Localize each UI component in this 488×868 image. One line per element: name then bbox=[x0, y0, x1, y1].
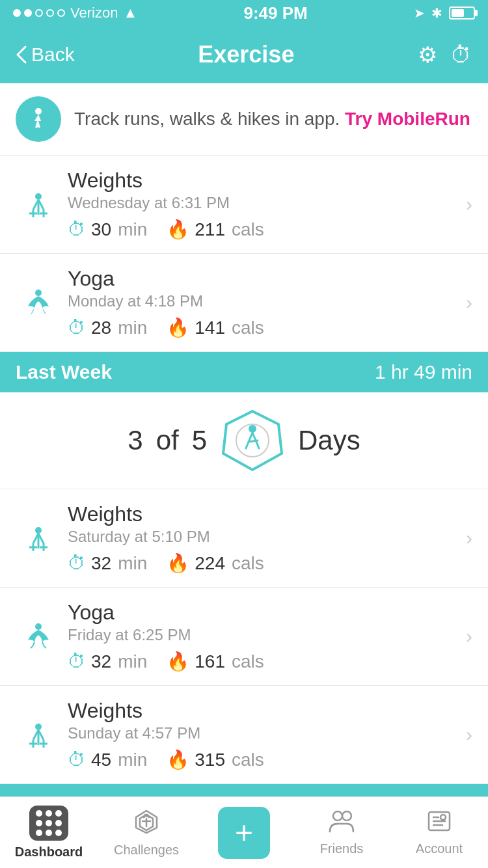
duration-value: 28 bbox=[91, 318, 111, 338]
stopwatch-icon[interactable]: ⏱ bbox=[450, 42, 472, 68]
tab-account[interactable]: Account bbox=[390, 797, 488, 868]
exercise-daytime: Saturday at 5:10 PM bbox=[68, 528, 466, 546]
chevron-right-icon: › bbox=[466, 193, 472, 215]
achievement-count: 3 bbox=[128, 425, 142, 456]
fire-icon: 🔥 bbox=[167, 317, 189, 338]
exercise-item-weights-lastweek-1[interactable]: Weights Saturday at 5:10 PM ⏱ 32 min 🔥 2… bbox=[0, 489, 488, 588]
wifi-icon: ▲ bbox=[123, 5, 137, 21]
weights-svg bbox=[24, 524, 53, 552]
exercise-name: Weights bbox=[68, 169, 466, 193]
svg-point-12 bbox=[249, 425, 256, 433]
achievement-badge bbox=[220, 408, 285, 473]
nav-bar: Back Exercise ⚙ ⏱ bbox=[0, 26, 488, 83]
yoga-svg bbox=[24, 288, 53, 317]
svg-point-0 bbox=[35, 108, 42, 115]
fire-icon: 🔥 bbox=[167, 749, 189, 770]
exercise-name: Weights bbox=[68, 502, 466, 526]
track-text: Track runs, walks & hikes in app. Try Mo… bbox=[74, 106, 470, 131]
calories-unit: cals bbox=[232, 750, 264, 770]
challenges-icon bbox=[133, 808, 159, 839]
calories-stat: 🔥 224 cals bbox=[167, 552, 264, 574]
calories-unit: cals bbox=[232, 651, 264, 672]
tab-bar: Dashboard Challenges + bbox=[0, 796, 488, 868]
calories-value: 211 bbox=[195, 219, 225, 240]
chevron-right-icon: › bbox=[466, 625, 472, 647]
nav-title: Exercise bbox=[198, 41, 294, 68]
exercise-stats: ⏱ 32 min 🔥 161 cals bbox=[68, 651, 466, 672]
section-duration-lastweek: 1 hr 49 min bbox=[375, 361, 472, 383]
clock-icon: ⏱ bbox=[68, 552, 86, 574]
clock-icon: ⏱ bbox=[68, 317, 86, 338]
exercise-stats: ⏱ 45 min 🔥 315 cals bbox=[68, 749, 466, 770]
section-title-lastweek: Last Week bbox=[16, 361, 112, 383]
yoga-svg bbox=[24, 622, 53, 651]
exercise-item-weights-thisweek[interactable]: Weights Wednesday at 6:31 PM ⏱ 30 min 🔥 … bbox=[0, 156, 488, 254]
add-button[interactable]: + bbox=[218, 807, 270, 859]
weights-icon bbox=[16, 190, 61, 219]
weights-icon bbox=[16, 720, 61, 749]
exercise-info-weights-thisweek: Weights Wednesday at 6:31 PM ⏱ 30 min 🔥 … bbox=[61, 169, 466, 240]
duration-value: 30 bbox=[91, 219, 111, 240]
exercise-info-yoga-lastweek: Yoga Friday at 6:25 PM ⏱ 32 min 🔥 161 ca… bbox=[61, 601, 466, 672]
battery-icon bbox=[449, 7, 475, 20]
duration-stat: ⏱ 28 min bbox=[68, 317, 147, 338]
weights-icon bbox=[16, 524, 61, 552]
tab-add[interactable]: + bbox=[195, 797, 293, 868]
track-cta[interactable]: Try MobileRun bbox=[345, 109, 470, 129]
duration-value: 45 bbox=[91, 750, 111, 770]
tab-dashboard-label: Dashboard bbox=[15, 845, 83, 860]
duration-value: 32 bbox=[91, 553, 111, 574]
svg-point-21 bbox=[35, 623, 42, 630]
exercise-stats: ⏱ 30 min 🔥 211 cals bbox=[68, 219, 466, 240]
badge-svg bbox=[220, 408, 285, 473]
svg-point-1 bbox=[35, 193, 42, 200]
dot-2 bbox=[24, 9, 32, 17]
dot-1 bbox=[13, 9, 21, 17]
exercise-daytime: Wednesday at 6:31 PM bbox=[68, 194, 466, 212]
signal-dots bbox=[13, 9, 65, 17]
exercise-stats: ⏱ 28 min 🔥 141 cals bbox=[68, 317, 466, 338]
fire-icon: 🔥 bbox=[167, 651, 189, 672]
main-content: Track runs, walks & hikes in app. Try Mo… bbox=[0, 83, 488, 824]
run-icon bbox=[25, 106, 51, 132]
back-button[interactable]: Back bbox=[16, 44, 75, 66]
settings-icon[interactable]: ⚙ bbox=[418, 42, 437, 68]
calories-stat: 🔥 161 cals bbox=[167, 651, 264, 672]
status-bar: Verizon ▲ 9:49 PM ➤ ✱ bbox=[0, 0, 488, 26]
status-time: 9:49 PM bbox=[243, 3, 307, 23]
duration-unit: min bbox=[118, 651, 147, 672]
last-week-header: Last Week 1 hr 49 min bbox=[0, 352, 488, 392]
clock-icon: ⏱ bbox=[68, 219, 86, 240]
exercise-daytime: Sunday at 4:57 PM bbox=[68, 724, 466, 742]
exercise-info-weights-lastweek-2: Weights Sunday at 4:57 PM ⏱ 45 min 🔥 315… bbox=[61, 699, 466, 770]
account-icon bbox=[426, 809, 452, 837]
plus-icon: + bbox=[235, 817, 253, 848]
carrier-label: Verizon bbox=[70, 5, 118, 21]
friends-icon bbox=[329, 809, 355, 837]
tab-friends[interactable]: Friends bbox=[293, 797, 390, 868]
duration-value: 32 bbox=[91, 651, 111, 672]
calories-value: 224 bbox=[195, 553, 225, 574]
calories-unit: cals bbox=[232, 553, 264, 574]
calories-stat: 🔥 211 cals bbox=[167, 219, 264, 240]
exercise-item-yoga-thisweek[interactable]: Yoga Monday at 4:18 PM ⏱ 28 min 🔥 141 ca… bbox=[0, 254, 488, 352]
exercise-item-weights-lastweek-2[interactable]: Weights Sunday at 4:57 PM ⏱ 45 min 🔥 315… bbox=[0, 686, 488, 784]
exercise-item-yoga-lastweek[interactable]: Yoga Friday at 6:25 PM ⏱ 32 min 🔥 161 ca… bbox=[0, 588, 488, 686]
status-left: Verizon ▲ bbox=[13, 5, 137, 21]
track-banner: Track runs, walks & hikes in app. Try Mo… bbox=[0, 83, 488, 156]
svg-point-22 bbox=[35, 724, 42, 730]
exercise-name: Yoga bbox=[68, 267, 466, 291]
weights-svg bbox=[24, 720, 53, 749]
tab-challenges[interactable]: Challenges bbox=[98, 797, 195, 868]
dot-3 bbox=[35, 9, 43, 17]
svg-point-33 bbox=[342, 811, 351, 821]
exercise-daytime: Friday at 6:25 PM bbox=[68, 626, 466, 644]
clock-icon: ⏱ bbox=[68, 651, 86, 672]
achievement-row: 3 of 5 Days bbox=[0, 392, 488, 489]
tab-dashboard[interactable]: Dashboard bbox=[0, 797, 98, 868]
track-icon bbox=[16, 96, 61, 142]
track-text-plain: Track runs, walks & hikes in app. bbox=[74, 109, 345, 129]
location-icon: ➤ bbox=[414, 5, 425, 21]
exercise-daytime: Monday at 4:18 PM bbox=[68, 292, 466, 310]
dot-5 bbox=[57, 9, 65, 17]
